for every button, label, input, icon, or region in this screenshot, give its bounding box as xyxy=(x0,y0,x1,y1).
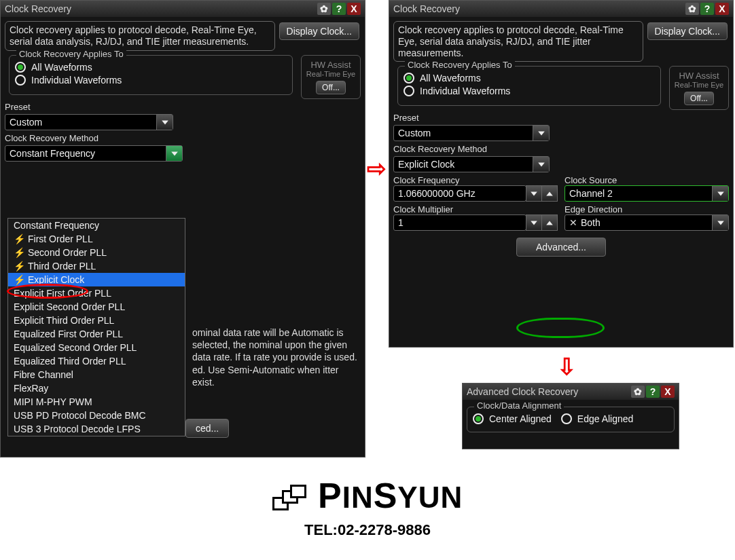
bolt-icon: ⚡ xyxy=(14,247,25,258)
help-icon[interactable]: ? xyxy=(646,386,660,398)
dropdown-option[interactable]: USB PD Protocol Decode BMC xyxy=(8,409,185,422)
method-combo[interactable]: Explicit Clock xyxy=(393,156,550,172)
gear-icon[interactable]: ✿ xyxy=(685,3,699,15)
clock-source-value: Channel 2 xyxy=(565,188,712,199)
clock-mult-input[interactable]: 1 xyxy=(393,214,526,231)
dropdown-option[interactable]: Explicit Third Order PLL xyxy=(8,314,185,327)
chevron-down-icon[interactable] xyxy=(712,186,728,201)
dropdown-option[interactable]: USB 3 Protocol Decode LFPS xyxy=(8,422,185,436)
method-value: Explicit Clock xyxy=(394,159,533,170)
option-label: USB PD Protocol Decode BMC xyxy=(14,410,146,421)
close-icon[interactable]: X xyxy=(347,3,361,15)
display-clock-button[interactable]: Display Clock... xyxy=(647,22,728,40)
option-label: Explicit Clock xyxy=(28,274,84,285)
dropdown-option[interactable]: Equalized Third Order PLL xyxy=(8,354,185,368)
dropdown-option[interactable]: ⚡Explicit Clock xyxy=(8,273,185,286)
method-value: Constant Frequency xyxy=(5,148,166,159)
preset-label: Preset xyxy=(5,102,361,112)
both-edges-icon: ✕ xyxy=(565,217,577,228)
method-label: Clock Recovery Method xyxy=(5,133,361,143)
spin-up-icon[interactable] xyxy=(541,185,558,202)
dropdown-option[interactable]: Fibre Channel xyxy=(8,368,185,381)
radio-icon xyxy=(561,413,572,424)
option-label: First Order PLL xyxy=(28,234,93,244)
dropdown-option[interactable]: FlexRay xyxy=(8,381,185,395)
clock-freq-label: Clock Frequency xyxy=(393,175,558,185)
background-help-text: ominal data rate will be Automatic is se… xyxy=(185,326,362,392)
window-title: Clock Recovery xyxy=(393,3,460,14)
hw-assist-box: HW Assist Real-Time Eye Off... xyxy=(301,55,361,99)
arrow-down-icon: ⇩ xyxy=(557,353,576,380)
clock-source-label: Clock Source xyxy=(564,175,729,185)
clock-freq-input[interactable]: 1.066000000 GHz xyxy=(393,185,526,202)
chevron-down-icon[interactable] xyxy=(533,126,549,141)
option-label: Third Order PLL xyxy=(28,261,96,272)
method-combo[interactable]: Constant Frequency xyxy=(5,145,183,162)
hw-assist-title: HW Assist xyxy=(306,60,356,70)
applies-to-group: Clock Recovery Applies To All Waveforms … xyxy=(397,66,661,106)
radio-label: All Waveforms xyxy=(420,73,481,83)
dropdown-option[interactable]: ⚡First Order PLL xyxy=(8,232,185,246)
option-label: Fibre Channel xyxy=(14,369,73,380)
chevron-down-icon[interactable] xyxy=(533,157,549,172)
radio-individual-waveforms[interactable]: Individual Waveforms xyxy=(404,86,655,96)
method-dropdown-list[interactable]: Constant Frequency⚡First Order PLL⚡Secon… xyxy=(7,218,185,436)
dropdown-option[interactable]: Explicit Second Order PLL xyxy=(8,300,185,314)
titlebar: Clock Recovery ✿ ? X xyxy=(1,1,365,17)
clock-source-combo[interactable]: Channel 2 xyxy=(564,185,729,202)
option-label: Constant Frequency xyxy=(14,220,99,231)
clock-recovery-panel-left: Clock Recovery ✿ ? X Clock recovery appl… xyxy=(0,0,365,458)
gear-icon[interactable]: ✿ xyxy=(631,386,645,398)
hw-assist-off-button[interactable]: Off... xyxy=(316,81,346,94)
alignment-legend: Clock/Data Alignment xyxy=(474,400,564,411)
help-icon[interactable]: ? xyxy=(332,3,346,15)
spin-down-icon[interactable] xyxy=(526,214,542,231)
chevron-down-icon[interactable] xyxy=(712,215,728,230)
edge-dir-combo[interactable]: ✕ Both xyxy=(564,214,729,231)
spin-down-icon[interactable] xyxy=(526,185,542,202)
logo-icon xyxy=(272,485,306,515)
radio-individual-waveforms[interactable]: Individual Waveforms xyxy=(15,75,287,86)
close-icon[interactable]: X xyxy=(661,386,675,398)
dropdown-option[interactable]: Equalized Second Order PLL xyxy=(8,341,185,354)
edge-dir-value: Both xyxy=(579,217,712,228)
preset-value: Custom xyxy=(5,117,156,128)
display-clock-button[interactable]: Display Clock... xyxy=(279,22,359,40)
option-label: Explicit Second Order PLL xyxy=(14,301,125,312)
dropdown-option[interactable]: Equalized First Order PLL xyxy=(8,327,185,341)
preset-combo[interactable]: Custom xyxy=(393,125,550,141)
dropdown-option[interactable]: Explicit First Order PLL xyxy=(8,286,185,300)
clock-data-alignment-group: Clock/Data Alignment Center Aligned Edge… xyxy=(467,407,675,432)
hw-assist-off-button[interactable]: Off... xyxy=(684,92,714,105)
bolt-icon: ⚡ xyxy=(14,261,25,272)
clock-freq-value: 1.066000000 GHz xyxy=(394,188,526,199)
chevron-down-icon[interactable] xyxy=(156,115,173,130)
radio-all-waveforms[interactable]: All Waveforms xyxy=(15,62,287,73)
dropdown-option[interactable]: MIPI M-PHY PWM xyxy=(8,395,185,409)
close-icon[interactable]: X xyxy=(715,3,729,15)
preset-combo[interactable]: Custom xyxy=(5,114,173,130)
gear-icon[interactable]: ✿ xyxy=(317,3,331,15)
advanced-button[interactable]: Advanced... xyxy=(516,238,606,257)
applies-to-legend: Clock Recovery Applies To xyxy=(16,49,126,59)
description-text: Clock recovery applies to protocol decod… xyxy=(393,21,643,62)
radio-label: All Waveforms xyxy=(31,62,92,73)
radio-edge-aligned[interactable]: Edge Aligned xyxy=(561,413,634,424)
spin-up-icon[interactable] xyxy=(541,214,558,231)
bolt-icon: ⚡ xyxy=(14,274,25,285)
option-label: Equalized Second Order PLL xyxy=(14,342,137,353)
dropdown-option[interactable]: ⚡Second Order PLL xyxy=(8,246,185,259)
radio-all-waveforms[interactable]: All Waveforms xyxy=(404,73,655,83)
advanced-button-partial[interactable]: ced... xyxy=(185,419,229,438)
radio-center-aligned[interactable]: Center Aligned xyxy=(473,413,552,424)
radio-icon xyxy=(404,86,414,96)
dropdown-option[interactable]: ⚡Third Order PLL xyxy=(8,259,185,273)
option-label: Equalized First Order PLL xyxy=(14,329,123,339)
help-icon[interactable]: ? xyxy=(700,3,714,15)
chevron-down-icon[interactable] xyxy=(166,146,182,161)
clock-mult-value: 1 xyxy=(394,217,526,228)
tel-text: TEL:02-2278-9886 xyxy=(0,521,735,539)
dropdown-option[interactable]: Constant Frequency xyxy=(8,219,185,232)
preset-label: Preset xyxy=(393,113,729,123)
radio-icon xyxy=(15,75,26,86)
